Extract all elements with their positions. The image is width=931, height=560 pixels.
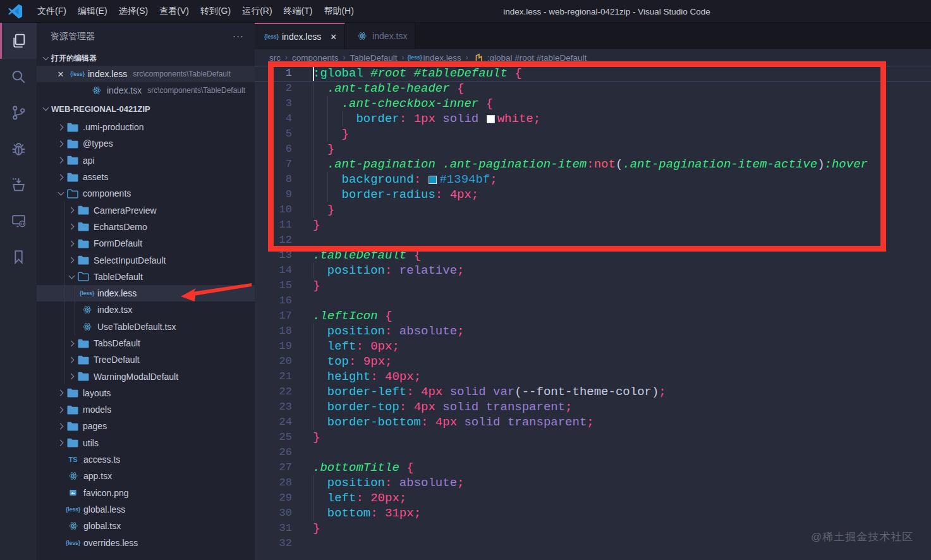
- tree-item-components[interactable]: components: [37, 185, 255, 202]
- code-line-15[interactable]: 15}: [255, 278, 931, 293]
- open-editors-section-header[interactable]: 打开的编辑器: [37, 51, 255, 66]
- code-line-13[interactable]: 13.tableDefault {: [255, 248, 931, 263]
- line-number[interactable]: 22: [255, 384, 292, 399]
- code-line-29[interactable]: 29left: 20px;: [255, 490, 931, 506]
- menu-item-7[interactable]: 终端(T): [278, 0, 319, 22]
- line-number[interactable]: 15: [255, 278, 292, 293]
- line-number[interactable]: 3: [255, 96, 292, 111]
- extensions-activity-button[interactable]: [0, 167, 37, 203]
- tree-item-.umi-production[interactable]: .umi-production: [37, 119, 255, 135]
- line-number[interactable]: 6: [255, 142, 292, 157]
- line-number[interactable]: 12: [255, 233, 292, 248]
- code-line-20[interactable]: 20top: 9px;: [255, 354, 931, 369]
- code-line-10[interactable]: 10}: [255, 202, 931, 217]
- tree-item-UseTableDefault.tsx[interactable]: UseTableDefault.tsx: [37, 319, 255, 335]
- code-line-3[interactable]: 3.ant-checkbox-inner {: [255, 96, 931, 111]
- tree-item-@types[interactable]: @types: [37, 135, 255, 152]
- menu-item-2[interactable]: 编辑(E): [72, 0, 113, 22]
- code-line-28[interactable]: 28position: absolute;: [255, 475, 931, 490]
- source-control-activity-button[interactable]: [0, 95, 37, 131]
- code-line-5[interactable]: 5}: [255, 126, 931, 142]
- tree-item-favicon.png[interactable]: favicon.png: [37, 485, 255, 501]
- line-number[interactable]: 5: [255, 126, 292, 142]
- code-line-11[interactable]: 11}: [255, 217, 931, 233]
- line-number[interactable]: 11: [255, 217, 292, 233]
- code-line-14[interactable]: 14position: relative;: [255, 263, 931, 278]
- tree-item-overrides.less[interactable]: {less}overrides.less: [37, 534, 255, 551]
- line-number[interactable]: 8: [255, 172, 292, 187]
- code-line-25[interactable]: 25}: [255, 430, 931, 445]
- tree-item-api[interactable]: api: [37, 152, 255, 169]
- code-line-18[interactable]: 18position: absolute;: [255, 324, 931, 339]
- line-number[interactable]: 4: [255, 111, 292, 126]
- debug-activity-button[interactable]: [0, 131, 37, 167]
- line-number[interactable]: 32: [255, 536, 292, 551]
- tree-item-index.tsx[interactable]: index.tsx: [37, 301, 255, 318]
- line-number[interactable]: 18: [255, 324, 292, 339]
- breadcrumb-item-4[interactable]: {less}index.less: [409, 52, 461, 63]
- tree-item-EchartsDemo[interactable]: EchartsDemo: [37, 219, 255, 235]
- code-line-4[interactable]: 4border: 1px solid white;: [255, 111, 931, 126]
- breadcrumb-item-3[interactable]: TableDefault: [350, 53, 398, 63]
- line-number[interactable]: 7: [255, 157, 292, 172]
- tree-item-WarningModalDefault[interactable]: WarningModalDefault: [37, 368, 255, 384]
- code-line-21[interactable]: 21height: 40px;: [255, 369, 931, 384]
- line-number[interactable]: 17: [255, 308, 292, 324]
- breadcrumb-item-5[interactable]: :global #root #tableDefault: [473, 52, 587, 63]
- tab-index.less[interactable]: {less}index.less✕: [255, 23, 345, 49]
- line-number[interactable]: 20: [255, 354, 292, 369]
- remote-explorer-activity-button[interactable]: [0, 203, 37, 239]
- line-number[interactable]: 23: [255, 399, 292, 415]
- tree-item-utils[interactable]: utils: [37, 435, 255, 451]
- code-line-27[interactable]: 27.bottomTitle {: [255, 460, 931, 475]
- line-number[interactable]: 10: [255, 202, 292, 217]
- code-line-23[interactable]: 23border-top: 4px solid transparent;: [255, 399, 931, 415]
- open-editor-index.less[interactable]: ✕{less}index.lesssrc\components\TableDef…: [37, 66, 255, 82]
- code-line-24[interactable]: 24border-bottom: 4px solid transparent;: [255, 415, 931, 430]
- line-number[interactable]: 25: [255, 430, 292, 445]
- menu-item-1[interactable]: 文件(F): [32, 0, 72, 22]
- tree-item-SelectInputDefault[interactable]: SelectInputDefault: [37, 252, 255, 268]
- code-line-2[interactable]: 2.ant-table-header {: [255, 81, 931, 96]
- search-activity-button[interactable]: [0, 59, 37, 95]
- breadcrumb[interactable]: src›components›TableDefault›{less}index.…: [255, 49, 931, 66]
- code-line-30[interactable]: 30bottom: 31px;: [255, 506, 931, 521]
- code-line-17[interactable]: 17.leftIcon {: [255, 308, 931, 324]
- tree-item-global.less[interactable]: {less}global.less: [37, 501, 255, 518]
- line-number[interactable]: 27: [255, 460, 292, 475]
- breadcrumb-item-2[interactable]: components: [292, 53, 339, 63]
- workspace-section-header[interactable]: WEB-REGIONAL-0421ZIP: [37, 99, 255, 119]
- tree-item-layouts[interactable]: layouts: [37, 385, 255, 401]
- line-number[interactable]: 30: [255, 506, 292, 521]
- tree-item-assets[interactable]: assets: [37, 169, 255, 185]
- code-line-26[interactable]: 26: [255, 445, 931, 460]
- tab-index.tsx[interactable]: index.tsx: [345, 23, 415, 49]
- menu-item-5[interactable]: 转到(G): [195, 0, 236, 22]
- menu-item-4[interactable]: 查看(V): [154, 0, 195, 22]
- tree-item-CameraPreview[interactable]: CameraPreview: [37, 202, 255, 218]
- line-number[interactable]: 29: [255, 490, 292, 506]
- line-number[interactable]: 2: [255, 81, 292, 96]
- tree-item-TreeDefault[interactable]: TreeDefault: [37, 351, 255, 368]
- line-number[interactable]: 19: [255, 339, 292, 354]
- line-number[interactable]: 14: [255, 263, 292, 278]
- code-line-6[interactable]: 6}: [255, 142, 931, 157]
- tree-item-TabsDefault[interactable]: TabsDefault: [37, 335, 255, 351]
- line-number[interactable]: 16: [255, 293, 292, 308]
- close-icon[interactable]: ✕: [56, 70, 66, 79]
- code-line-22[interactable]: 22border-left: 4px solid var(--font-them…: [255, 384, 931, 399]
- bookmarks-activity-button[interactable]: [0, 239, 37, 275]
- line-number[interactable]: 24: [255, 415, 292, 430]
- menu-item-8[interactable]: 帮助(H): [318, 0, 359, 22]
- close-icon[interactable]: ✕: [330, 32, 337, 42]
- tree-item-access.ts[interactable]: TSaccess.ts: [37, 451, 255, 468]
- line-number[interactable]: 26: [255, 445, 292, 460]
- open-editor-index.tsx[interactable]: index.tsxsrc\components\TableDefault: [37, 82, 255, 99]
- code-line-7[interactable]: 7.ant-pagination .ant-pagination-item:no…: [255, 157, 931, 172]
- tree-item-pages[interactable]: pages: [37, 418, 255, 434]
- tree-item-TableDefault[interactable]: TableDefault: [37, 269, 255, 285]
- files-activity-button[interactable]: [0, 23, 37, 59]
- code-line-19[interactable]: 19left: 0px;: [255, 339, 931, 354]
- sidebar-more-button[interactable]: ···: [233, 30, 244, 41]
- code-line-16[interactable]: 16: [255, 293, 931, 308]
